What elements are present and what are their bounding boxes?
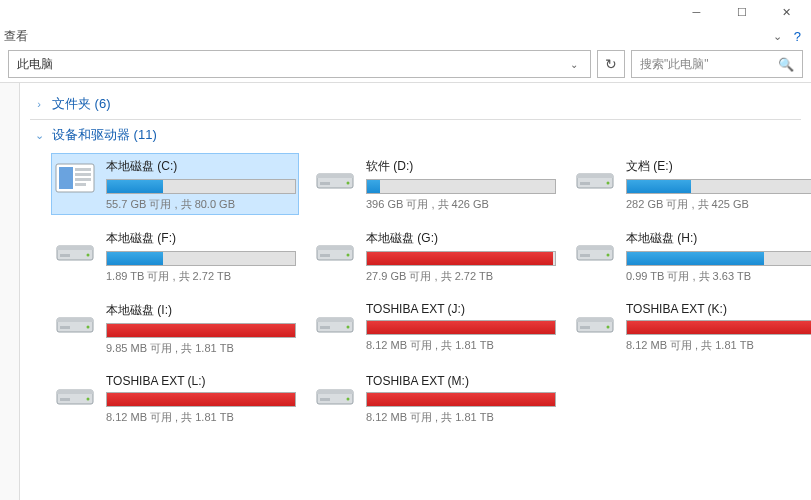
address-bar[interactable]: 此电脑 ⌄ — [8, 50, 591, 78]
drive-info: 本地磁盘 (I:)9.85 MB 可用 , 共 1.81 TB — [106, 300, 296, 356]
capacity-bar — [106, 179, 296, 194]
drive-stat: 27.9 GB 可用 , 共 2.72 TB — [366, 269, 556, 284]
drive-stat: 0.99 TB 可用 , 共 3.63 TB — [626, 269, 811, 284]
search-icon: 🔍 — [778, 57, 794, 72]
chevron-right-icon: › — [32, 98, 46, 110]
drive-info: TOSHIBA EXT (M:)8.12 MB 可用 , 共 1.81 TB — [366, 372, 556, 425]
drive-item[interactable]: 本地磁盘 (G:)27.9 GB 可用 , 共 2.72 TB — [312, 226, 558, 286]
drive-stat: 8.12 MB 可用 , 共 1.81 TB — [626, 338, 811, 353]
svg-rect-33 — [320, 326, 330, 329]
drive-item[interactable]: TOSHIBA EXT (J:)8.12 MB 可用 , 共 1.81 TB — [312, 298, 558, 358]
drive-info: 本地磁盘 (C:)55.7 GB 可用 , 共 80.0 GB — [106, 156, 296, 212]
capacity-bar-fill — [367, 252, 553, 265]
capacity-bar-fill — [367, 393, 555, 406]
svg-rect-29 — [60, 326, 70, 329]
drive-stat: 55.7 GB 可用 , 共 80.0 GB — [106, 197, 296, 212]
drive-item[interactable]: 本地磁盘 (H:)0.99 TB 可用 , 共 3.63 TB — [572, 226, 811, 286]
drive-info: 本地磁盘 (H:)0.99 TB 可用 , 共 3.63 TB — [626, 228, 811, 284]
capacity-bar-fill — [107, 252, 163, 265]
hdd-icon — [54, 376, 96, 412]
drive-name: 本地磁盘 (F:) — [106, 230, 296, 247]
svg-rect-2 — [75, 168, 91, 171]
drive-item[interactable]: TOSHIBA EXT (K:)8.12 MB 可用 , 共 1.81 TB — [572, 298, 811, 358]
svg-point-40 — [87, 398, 90, 401]
hdd-icon — [54, 304, 96, 340]
hdd-icon — [314, 376, 356, 412]
capacity-bar — [106, 251, 296, 266]
divider — [30, 119, 801, 120]
capacity-bar — [366, 179, 556, 194]
main-pane: › 文件夹 (6) ⌄ 设备和驱动器 (11) 本地磁盘 (C:)55.7 GB… — [20, 83, 811, 500]
group-devices[interactable]: ⌄ 设备和驱动器 (11) — [30, 122, 801, 150]
search-input[interactable]: 搜索"此电脑" 🔍 — [631, 50, 803, 78]
drive-info: 软件 (D:)396 GB 可用 , 共 426 GB — [366, 156, 556, 212]
svg-point-28 — [87, 326, 90, 329]
hdd-icon — [314, 232, 356, 268]
svg-rect-1 — [59, 167, 73, 189]
drive-item[interactable]: 本地磁盘 (F:)1.89 TB 可用 , 共 2.72 TB — [52, 226, 298, 286]
help-icon[interactable]: ? — [788, 29, 807, 44]
chevron-down-icon[interactable]: ⌄ — [767, 30, 788, 43]
drive-item[interactable]: 文档 (E:)282 GB 可用 , 共 425 GB — [572, 154, 811, 214]
chevron-down-icon: ⌄ — [32, 129, 46, 142]
window-titlebar: ─ ☐ ✕ — [0, 0, 811, 26]
capacity-bar — [626, 251, 811, 266]
maximize-button[interactable]: ☐ — [719, 0, 764, 24]
menu-view[interactable]: 查看 — [4, 28, 28, 45]
drive-item[interactable]: 本地磁盘 (C:)55.7 GB 可用 , 共 80.0 GB — [52, 154, 298, 214]
drive-info: 本地磁盘 (G:)27.9 GB 可用 , 共 2.72 TB — [366, 228, 556, 284]
navigation-pane[interactable] — [0, 83, 20, 500]
drive-name: 软件 (D:) — [366, 158, 556, 175]
drive-item[interactable]: 软件 (D:)396 GB 可用 , 共 426 GB — [312, 154, 558, 214]
drive-name: TOSHIBA EXT (K:) — [626, 302, 811, 316]
drive-info: TOSHIBA EXT (J:)8.12 MB 可用 , 共 1.81 TB — [366, 300, 556, 353]
svg-rect-19 — [317, 246, 353, 250]
capacity-bar — [106, 392, 296, 407]
capacity-bar-fill — [367, 321, 555, 334]
hdd-icon — [54, 232, 96, 268]
minimize-button[interactable]: ─ — [674, 0, 719, 24]
svg-rect-7 — [317, 174, 353, 178]
capacity-bar-fill — [107, 324, 295, 337]
capacity-bar-fill — [107, 393, 295, 406]
capacity-bar — [626, 320, 811, 335]
hdd-icon — [314, 304, 356, 340]
drive-info: 本地磁盘 (F:)1.89 TB 可用 , 共 2.72 TB — [106, 228, 296, 284]
svg-rect-4 — [75, 178, 91, 181]
svg-rect-31 — [317, 318, 353, 322]
svg-rect-43 — [317, 390, 353, 394]
svg-point-36 — [607, 326, 610, 329]
capacity-bar-fill — [367, 180, 380, 193]
svg-rect-17 — [60, 254, 70, 257]
svg-point-12 — [607, 182, 610, 185]
svg-rect-27 — [57, 318, 93, 322]
refresh-button[interactable]: ↻ — [597, 50, 625, 78]
group-devices-label: 设备和驱动器 (11) — [52, 126, 157, 144]
capacity-bar — [106, 323, 296, 338]
svg-point-16 — [87, 254, 90, 257]
drive-stat: 8.12 MB 可用 , 共 1.81 TB — [366, 338, 556, 353]
drive-name: TOSHIBA EXT (J:) — [366, 302, 556, 316]
address-path: 此电脑 — [17, 56, 566, 73]
drive-item[interactable]: 本地磁盘 (I:)9.85 MB 可用 , 共 1.81 TB — [52, 298, 298, 358]
drive-stat: 8.12 MB 可用 , 共 1.81 TB — [106, 410, 296, 425]
chevron-down-icon[interactable]: ⌄ — [566, 59, 582, 70]
drive-item[interactable]: TOSHIBA EXT (L:)8.12 MB 可用 , 共 1.81 TB — [52, 370, 298, 427]
svg-rect-41 — [60, 398, 70, 401]
capacity-bar-fill — [627, 252, 764, 265]
svg-point-24 — [607, 254, 610, 257]
svg-rect-9 — [320, 182, 330, 185]
drive-stat: 1.89 TB 可用 , 共 2.72 TB — [106, 269, 296, 284]
hdd-icon — [314, 160, 356, 196]
svg-rect-37 — [580, 326, 590, 329]
close-button[interactable]: ✕ — [764, 0, 809, 24]
group-folders[interactable]: › 文件夹 (6) — [30, 91, 801, 119]
drive-name: 本地磁盘 (G:) — [366, 230, 556, 247]
svg-rect-5 — [75, 183, 86, 186]
svg-rect-11 — [577, 174, 613, 178]
svg-rect-39 — [57, 390, 93, 394]
svg-rect-3 — [75, 173, 91, 176]
capacity-bar-fill — [107, 180, 163, 193]
svg-point-32 — [347, 326, 350, 329]
drive-item[interactable]: TOSHIBA EXT (M:)8.12 MB 可用 , 共 1.81 TB — [312, 370, 558, 427]
